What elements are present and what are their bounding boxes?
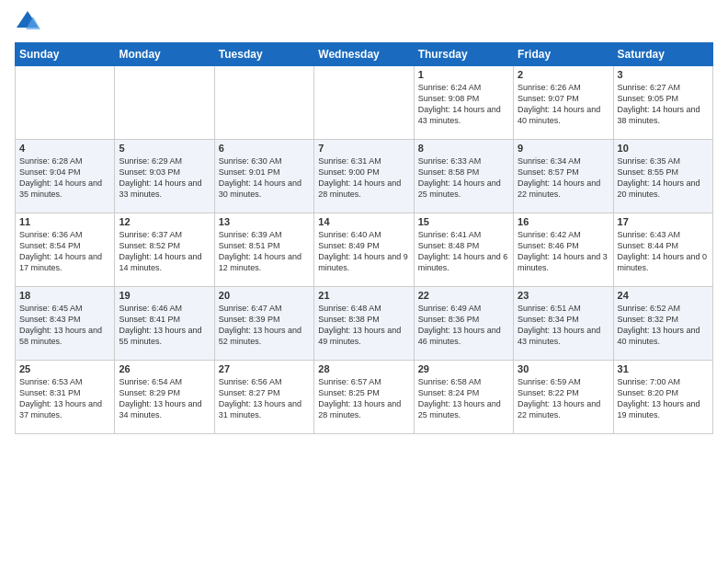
- day-cell: 15Sunrise: 6:41 AM Sunset: 8:48 PM Dayli…: [414, 213, 513, 287]
- day-info: Sunrise: 6:28 AM Sunset: 9:04 PM Dayligh…: [19, 155, 110, 201]
- day-number: 13: [219, 216, 310, 227]
- day-number: 25: [19, 363, 110, 374]
- day-cell: 12Sunrise: 6:37 AM Sunset: 8:52 PM Dayli…: [115, 213, 214, 287]
- day-cell: 10Sunrise: 6:35 AM Sunset: 8:55 PM Dayli…: [613, 140, 712, 213]
- day-cell: 17Sunrise: 6:43 AM Sunset: 8:44 PM Dayli…: [613, 213, 712, 287]
- day-cell: 9Sunrise: 6:34 AM Sunset: 8:57 PM Daylig…: [514, 140, 613, 213]
- day-number: 17: [618, 216, 709, 227]
- day-cell: 2Sunrise: 6:26 AM Sunset: 9:07 PM Daylig…: [514, 66, 613, 140]
- day-cell: 30Sunrise: 6:59 AM Sunset: 8:22 PM Dayli…: [514, 361, 613, 434]
- day-number: 3: [618, 69, 709, 80]
- day-info: Sunrise: 6:49 AM Sunset: 8:36 PM Dayligh…: [418, 303, 509, 348]
- calendar-table: SundayMondayTuesdayWednesdayThursdayFrid…: [15, 42, 713, 434]
- day-number: 16: [518, 216, 609, 227]
- day-cell: 4Sunrise: 6:28 AM Sunset: 9:04 PM Daylig…: [16, 140, 115, 213]
- day-info: Sunrise: 6:24 AM Sunset: 9:08 PM Dayligh…: [418, 82, 509, 127]
- day-number: 8: [418, 143, 509, 154]
- header-monday: Monday: [115, 43, 214, 66]
- day-cell: 28Sunrise: 6:57 AM Sunset: 8:25 PM Dayli…: [314, 361, 414, 434]
- day-number: 21: [318, 290, 409, 301]
- day-number: 6: [219, 143, 310, 154]
- header-friday: Friday: [514, 43, 613, 66]
- day-number: 14: [318, 216, 409, 227]
- day-number: 11: [19, 216, 110, 227]
- day-number: 22: [418, 290, 509, 301]
- day-cell: 26Sunrise: 6:54 AM Sunset: 8:29 PM Dayli…: [115, 361, 214, 434]
- day-number: 9: [518, 143, 609, 154]
- day-number: 12: [119, 216, 210, 227]
- week-row-3: 11Sunrise: 6:36 AM Sunset: 8:54 PM Dayli…: [16, 213, 713, 287]
- day-info: Sunrise: 6:36 AM Sunset: 8:54 PM Dayligh…: [19, 229, 110, 274]
- day-number: 20: [219, 290, 310, 301]
- day-info: Sunrise: 6:31 AM Sunset: 9:00 PM Dayligh…: [318, 155, 409, 201]
- day-cell: 25Sunrise: 6:53 AM Sunset: 8:31 PM Dayli…: [16, 361, 115, 434]
- day-number: 15: [418, 216, 509, 227]
- day-info: Sunrise: 6:56 AM Sunset: 8:27 PM Dayligh…: [219, 376, 310, 421]
- day-info: Sunrise: 6:54 AM Sunset: 8:29 PM Dayligh…: [119, 376, 210, 421]
- day-info: Sunrise: 6:26 AM Sunset: 9:07 PM Dayligh…: [518, 82, 609, 127]
- day-info: Sunrise: 6:58 AM Sunset: 8:24 PM Dayligh…: [418, 376, 509, 421]
- day-cell: 19Sunrise: 6:46 AM Sunset: 8:41 PM Dayli…: [115, 287, 214, 361]
- day-number: 5: [119, 143, 210, 154]
- calendar-header-row: SundayMondayTuesdayWednesdayThursdayFrid…: [16, 43, 713, 66]
- day-number: 2: [518, 69, 609, 80]
- day-number: 30: [518, 363, 609, 374]
- week-row-4: 18Sunrise: 6:45 AM Sunset: 8:43 PM Dayli…: [16, 287, 713, 361]
- day-number: 27: [219, 363, 310, 374]
- day-cell: 3Sunrise: 6:27 AM Sunset: 9:05 PM Daylig…: [613, 66, 712, 140]
- day-info: Sunrise: 6:34 AM Sunset: 8:57 PM Dayligh…: [518, 155, 609, 201]
- week-row-2: 4Sunrise: 6:28 AM Sunset: 9:04 PM Daylig…: [16, 140, 713, 213]
- day-cell: 6Sunrise: 6:30 AM Sunset: 9:01 PM Daylig…: [214, 140, 313, 213]
- day-info: Sunrise: 6:33 AM Sunset: 8:58 PM Dayligh…: [418, 155, 509, 201]
- day-number: 26: [119, 363, 210, 374]
- header-thursday: Thursday: [414, 43, 513, 66]
- day-cell: [16, 66, 115, 140]
- day-info: Sunrise: 7:00 AM Sunset: 8:20 PM Dayligh…: [618, 376, 709, 421]
- day-info: Sunrise: 6:59 AM Sunset: 8:22 PM Dayligh…: [518, 376, 609, 421]
- day-cell: 11Sunrise: 6:36 AM Sunset: 8:54 PM Dayli…: [16, 213, 115, 287]
- day-number: 4: [19, 143, 110, 154]
- logo-icon: [15, 9, 40, 35]
- day-cell: [214, 66, 313, 140]
- day-cell: [115, 66, 214, 140]
- day-cell: 29Sunrise: 6:58 AM Sunset: 8:24 PM Dayli…: [414, 361, 513, 434]
- week-row-1: 1Sunrise: 6:24 AM Sunset: 9:08 PM Daylig…: [16, 66, 713, 140]
- day-info: Sunrise: 6:39 AM Sunset: 8:51 PM Dayligh…: [219, 229, 310, 274]
- day-info: Sunrise: 6:51 AM Sunset: 8:34 PM Dayligh…: [518, 303, 609, 348]
- day-number: 29: [418, 363, 509, 374]
- day-info: Sunrise: 6:29 AM Sunset: 9:03 PM Dayligh…: [119, 155, 210, 201]
- header-wednesday: Wednesday: [314, 43, 414, 66]
- day-number: 7: [318, 143, 409, 154]
- day-info: Sunrise: 6:41 AM Sunset: 8:48 PM Dayligh…: [418, 229, 509, 274]
- page-container: SundayMondayTuesdayWednesdayThursdayFrid…: [0, 0, 728, 443]
- day-cell: 16Sunrise: 6:42 AM Sunset: 8:46 PM Dayli…: [514, 213, 613, 287]
- header-sunday: Sunday: [16, 43, 115, 66]
- day-info: Sunrise: 6:45 AM Sunset: 8:43 PM Dayligh…: [19, 303, 110, 348]
- day-cell: 13Sunrise: 6:39 AM Sunset: 8:51 PM Dayli…: [214, 213, 313, 287]
- day-cell: 27Sunrise: 6:56 AM Sunset: 8:27 PM Dayli…: [214, 361, 313, 434]
- day-number: 1: [418, 69, 509, 80]
- day-info: Sunrise: 6:57 AM Sunset: 8:25 PM Dayligh…: [318, 376, 409, 421]
- header-tuesday: Tuesday: [214, 43, 313, 66]
- day-cell: 21Sunrise: 6:48 AM Sunset: 8:38 PM Dayli…: [314, 287, 414, 361]
- day-number: 24: [618, 290, 709, 301]
- day-info: Sunrise: 6:42 AM Sunset: 8:46 PM Dayligh…: [518, 229, 609, 274]
- header: [15, 9, 713, 35]
- day-info: Sunrise: 6:37 AM Sunset: 8:52 PM Dayligh…: [119, 229, 210, 274]
- day-info: Sunrise: 6:47 AM Sunset: 8:39 PM Dayligh…: [219, 303, 310, 348]
- day-number: 10: [618, 143, 709, 154]
- day-number: 28: [318, 363, 409, 374]
- day-cell: 8Sunrise: 6:33 AM Sunset: 8:58 PM Daylig…: [414, 140, 513, 213]
- day-info: Sunrise: 6:52 AM Sunset: 8:32 PM Dayligh…: [618, 303, 709, 348]
- day-number: 23: [518, 290, 609, 301]
- day-info: Sunrise: 6:35 AM Sunset: 8:55 PM Dayligh…: [618, 155, 709, 201]
- day-cell: [314, 66, 414, 140]
- day-cell: 1Sunrise: 6:24 AM Sunset: 9:08 PM Daylig…: [414, 66, 513, 140]
- day-cell: 22Sunrise: 6:49 AM Sunset: 8:36 PM Dayli…: [414, 287, 513, 361]
- day-info: Sunrise: 6:27 AM Sunset: 9:05 PM Dayligh…: [618, 82, 709, 127]
- day-info: Sunrise: 6:30 AM Sunset: 9:01 PM Dayligh…: [219, 155, 310, 201]
- day-info: Sunrise: 6:53 AM Sunset: 8:31 PM Dayligh…: [19, 376, 110, 421]
- day-cell: 14Sunrise: 6:40 AM Sunset: 8:49 PM Dayli…: [314, 213, 414, 287]
- day-info: Sunrise: 6:46 AM Sunset: 8:41 PM Dayligh…: [119, 303, 210, 348]
- day-cell: 20Sunrise: 6:47 AM Sunset: 8:39 PM Dayli…: [214, 287, 313, 361]
